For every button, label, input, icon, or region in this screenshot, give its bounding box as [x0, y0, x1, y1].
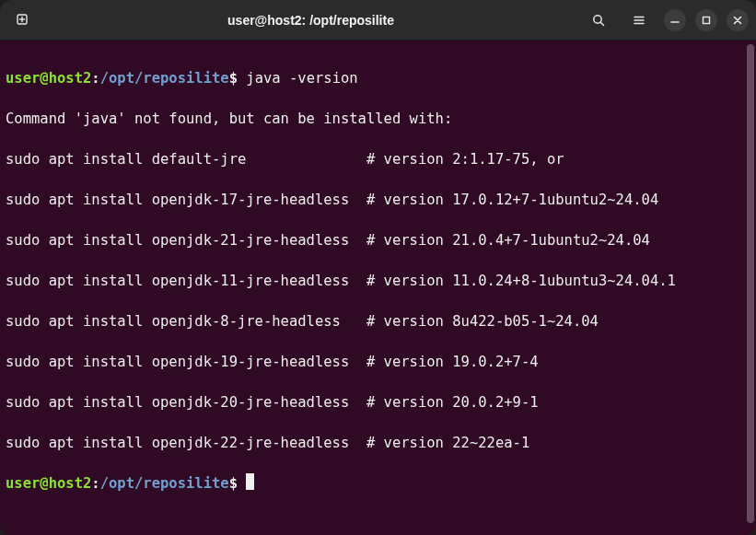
prompt-user: user@host2 [6, 70, 91, 87]
window-title: user@host2: /opt/reposilite [46, 13, 576, 28]
prompt-end: $ [229, 70, 238, 87]
search-button[interactable] [583, 6, 614, 34]
prompt-line-2: user@host2:/opt/reposilite$ [6, 473, 750, 494]
output-line: sudo apt install openjdk-11-jre-headless… [6, 271, 750, 291]
menu-button[interactable] [623, 6, 655, 34]
prompt-separator: : [91, 475, 99, 492]
prompt-path: /opt/reposilite [100, 70, 229, 87]
scrollbar[interactable] [747, 44, 754, 523]
minimize-icon [670, 16, 680, 25]
terminal-body[interactable]: user@host2:/opt/reposilite$ java -versio… [0, 41, 756, 535]
output-line: sudo apt install default-jre # version 2… [6, 149, 750, 169]
new-tab-button[interactable] [7, 6, 39, 34]
maximize-icon [702, 16, 711, 25]
output-line: sudo apt install openjdk-22-jre-headless… [6, 433, 750, 453]
prompt-separator: : [91, 70, 99, 87]
search-icon [591, 13, 606, 28]
minimize-button[interactable] [664, 9, 686, 31]
maximize-button[interactable] [695, 9, 717, 31]
prompt-line-1: user@host2:/opt/reposilite$ java -versio… [6, 68, 750, 88]
close-icon [733, 16, 742, 25]
output-line: sudo apt install openjdk-21-jre-headless… [6, 230, 750, 250]
terminal-window: user@host2: /opt/reposilite [0, 0, 756, 535]
new-tab-icon [16, 13, 30, 28]
cursor [246, 473, 254, 490]
hamburger-icon [632, 13, 646, 28]
titlebar: user@host2: /opt/reposilite [0, 0, 756, 41]
scrollbar-thumb[interactable] [747, 44, 754, 523]
prompt-end: $ [229, 475, 238, 492]
output-line: sudo apt install openjdk-20-jre-headless… [6, 392, 750, 413]
prompt-path: /opt/reposilite [100, 475, 229, 492]
prompt-user: user@host2 [6, 475, 91, 492]
output-line: sudo apt install openjdk-17-jre-headless… [6, 190, 750, 210]
output-line: sudo apt install openjdk-8-jre-headless … [6, 311, 750, 331]
close-button[interactable] [727, 9, 749, 31]
output-line: Command 'java' not found, but can be ins… [6, 109, 750, 129]
command-text: java -version [246, 70, 357, 87]
output-line: sudo apt install openjdk-19-jre-headless… [6, 352, 750, 372]
svg-rect-2 [704, 17, 710, 23]
